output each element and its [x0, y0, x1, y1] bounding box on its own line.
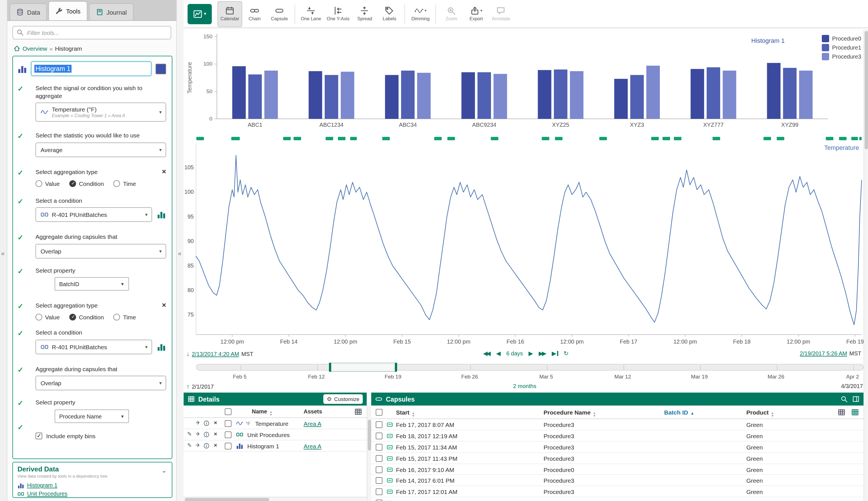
capsule-marker[interactable]: [283, 137, 291, 140]
capsule-marker[interactable]: [491, 137, 499, 140]
column-header-name[interactable]: Name▲▼: [252, 408, 272, 416]
hist-bar[interactable]: [690, 69, 704, 119]
column-header-assets[interactable]: Assets: [303, 408, 322, 415]
capsule-marker[interactable]: [382, 137, 390, 140]
capsule-marker[interactable]: [839, 137, 847, 140]
calendar-button[interactable]: Calendar: [217, 1, 242, 27]
hist-bar[interactable]: [783, 68, 796, 119]
radio-value[interactable]: Value: [35, 314, 60, 320]
remove-icon[interactable]: ×: [212, 442, 219, 448]
derived-item-link[interactable]: Histogram 1: [27, 482, 57, 488]
refresh-icon[interactable]: ↻: [564, 350, 569, 356]
investigate-range-start[interactable]: 2/1/2017: [192, 383, 214, 390]
hist-bar[interactable]: [385, 75, 398, 119]
capsule-marker[interactable]: [542, 137, 549, 140]
collapse-left-icon[interactable]: «: [1, 250, 4, 257]
pan-forward-fast-button[interactable]: ▶▶: [539, 350, 546, 356]
hist-bar[interactable]: [614, 79, 628, 119]
timeline-selection[interactable]: [330, 363, 396, 372]
hist-bar[interactable]: [341, 72, 354, 119]
send-icon[interactable]: ✈: [194, 419, 202, 426]
agg2-property-select[interactable]: Procedure Name ▼: [55, 409, 129, 423]
view-capsules-button[interactable]: [157, 210, 166, 219]
hist-bar[interactable]: [461, 72, 475, 119]
derived-data-item[interactable]: Unit Procedures: [18, 489, 167, 498]
hist-bar[interactable]: [707, 67, 720, 119]
signal-select[interactable]: Temperature (°F) Example » Cooling Tower…: [35, 103, 166, 122]
hist-bar[interactable]: [478, 72, 491, 119]
edit-icon[interactable]: ✎: [186, 431, 193, 437]
trend-view-button[interactable]: ▾: [187, 4, 212, 24]
chevron-down-icon[interactable]: ⌄: [162, 467, 167, 474]
display-range-end-link[interactable]: 2/19/2017 5:26 AM: [800, 350, 847, 356]
hist-bar[interactable]: [309, 71, 322, 119]
row-checkbox[interactable]: [376, 421, 383, 428]
collapse-sidebar-icon[interactable]: «: [178, 250, 181, 257]
go-to-now-button[interactable]: ▶: [552, 350, 558, 356]
color-swatch-button[interactable]: [156, 63, 166, 74]
capsule-marker[interactable]: [555, 137, 562, 140]
radio-value[interactable]: Value: [35, 180, 60, 187]
expand-panel-icon[interactable]: [852, 395, 859, 403]
customize-button[interactable]: ⚙ Customize: [323, 394, 363, 404]
send-icon[interactable]: ✈: [194, 431, 202, 437]
timezone-label[interactable]: MST: [849, 350, 861, 356]
display-range-duration[interactable]: 6 days: [506, 350, 523, 356]
row-checkbox[interactable]: [376, 489, 383, 495]
hist-bar[interactable]: [799, 71, 813, 119]
agg1-property-select[interactable]: BatchID ▼: [55, 277, 129, 291]
legend-item[interactable]: Procedure1: [822, 44, 861, 51]
capsule-marker[interactable]: [826, 137, 833, 140]
details-hscrollbar[interactable]: [184, 497, 367, 501]
capsule-marker[interactable]: [763, 137, 771, 140]
edit-columns-icon[interactable]: [354, 408, 362, 416]
zoom-button[interactable]: Zoom: [439, 1, 464, 27]
labels-button[interactable]: Labels: [377, 1, 402, 27]
capsule-marker[interactable]: [651, 137, 659, 140]
export-button[interactable]: ▾Export: [464, 1, 489, 27]
include-empty-bins-checkbox[interactable]: [35, 433, 42, 439]
capsule-marker[interactable]: [325, 137, 333, 140]
info-icon[interactable]: [203, 443, 210, 449]
hist-bar[interactable]: [401, 71, 415, 119]
hist-bar[interactable]: [570, 71, 583, 119]
remove-aggregation-icon[interactable]: ×: [162, 302, 166, 309]
hist-bar[interactable]: [723, 71, 736, 119]
display-range-start-link[interactable]: 2/13/2017 4:20 AM: [192, 351, 239, 357]
row-checkbox[interactable]: [225, 420, 232, 427]
capsule-marker[interactable]: [293, 137, 301, 140]
row-checkbox[interactable]: [376, 444, 383, 450]
capsule-marker[interactable]: [662, 137, 670, 140]
remove-aggregation-icon[interactable]: ×: [162, 168, 166, 175]
capsule-marker[interactable]: [434, 137, 442, 140]
row-checkbox[interactable]: [376, 500, 383, 501]
one-lane-button[interactable]: One Lane: [298, 1, 324, 27]
asset-link[interactable]: Area A: [303, 443, 321, 449]
capsule-marker[interactable]: [851, 137, 858, 140]
capsule-marker[interactable]: [196, 137, 204, 140]
one-y-axis-button[interactable]: One Y-Axis: [324, 1, 352, 27]
filter-tools-input[interactable]: [12, 26, 171, 40]
hist-bar[interactable]: [417, 73, 431, 119]
tab-journal[interactable]: Journal: [89, 3, 133, 20]
view-capsules-button[interactable]: [157, 342, 166, 351]
timeline-handle-right[interactable]: [395, 363, 397, 372]
investigate-range-end[interactable]: 4/3/2017: [841, 383, 863, 389]
row-checkbox[interactable]: [376, 477, 383, 484]
hist-bar[interactable]: [646, 66, 660, 119]
capsule-marker[interactable]: [674, 137, 682, 140]
capsule-marker[interactable]: [350, 137, 356, 140]
investigate-range-down-icon[interactable]: ↓: [186, 350, 190, 357]
radio-condition[interactable]: Condition: [69, 314, 104, 320]
hist-bar[interactable]: [248, 74, 262, 119]
legend-item[interactable]: Procedure3: [822, 53, 861, 60]
capsule-marker[interactable]: [599, 137, 607, 140]
home-icon[interactable]: [13, 45, 20, 52]
pan-back-fast-button[interactable]: ◀◀: [483, 350, 490, 356]
agg1-during-select[interactable]: Overlap ▾: [35, 244, 166, 258]
column-header-start[interactable]: Start▲▼: [396, 409, 415, 417]
agg1-condition-select[interactable]: R-401 PIUnitBatches ▾: [35, 207, 152, 222]
pan-forward-button[interactable]: ▶: [529, 350, 533, 356]
annotate-button[interactable]: Annotate: [489, 1, 513, 27]
column-header-product[interactable]: Product▲▼: [746, 409, 774, 417]
